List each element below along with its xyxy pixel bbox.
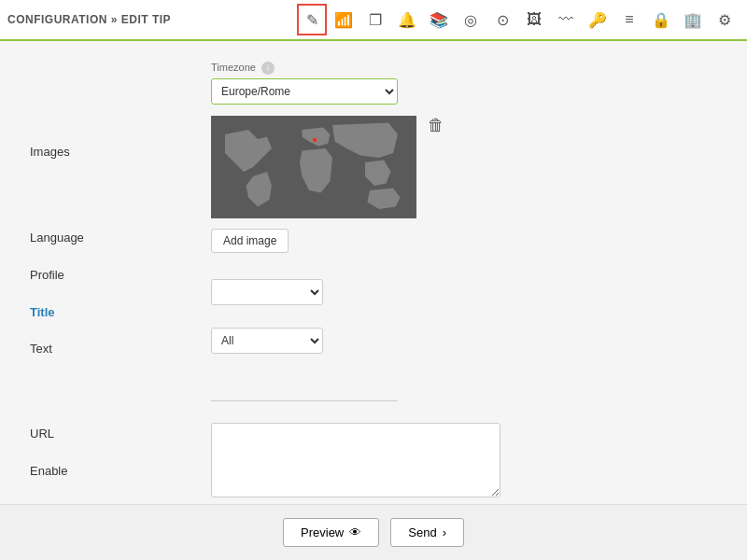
world-map [211, 116, 416, 218]
header: CONFIGURATION » EDIT TIP ✎📶❐🔔📚◎⊙🖼〰🔑≡🔒🏢⚙ [0, 0, 747, 41]
map-container: 🗑 [211, 116, 416, 221]
delete-map-button[interactable]: 🗑 [428, 116, 444, 135]
profile-label: Profile [30, 268, 64, 282]
profile-group: All Admin [211, 322, 717, 359]
books-icon[interactable]: 📚 [424, 4, 454, 35]
url-label-row: URL [15, 414, 202, 452]
title-input[interactable] [211, 377, 398, 401]
preview-label: Preview [301, 525, 344, 539]
image-icon[interactable]: 🖼 [519, 4, 549, 35]
breadcrumb: CONFIGURATION » EDIT TIP [7, 13, 171, 26]
language-group: English Italian [211, 273, 717, 311]
title-group [211, 371, 717, 408]
timezone-label: Timezone [211, 62, 256, 73]
text-label-row: Text [15, 330, 202, 414]
enable-label-row: Enable [15, 452, 202, 489]
images-label: Images [30, 145, 70, 159]
language-label: Language [30, 231, 84, 245]
enable-label: Enable [30, 464, 67, 478]
send-label: Send [408, 525, 436, 539]
send-button[interactable]: Send › [390, 518, 464, 547]
toolbar-icons: ✎📶❐🔔📚◎⊙🖼〰🔑≡🔒🏢⚙ [297, 4, 740, 35]
profile-select[interactable]: All Admin [211, 328, 323, 354]
layers-icon[interactable]: ❐ [360, 4, 390, 35]
edit-icon[interactable]: ✎ [297, 4, 327, 35]
wave-icon[interactable]: 〰 [551, 4, 581, 35]
profile-label-row: Profile [15, 256, 202, 293]
building-icon[interactable]: 🏢 [678, 4, 708, 35]
url-label: URL [30, 427, 54, 441]
lines-icon[interactable]: ≡ [614, 4, 644, 35]
main-content: Images Language Profile Title Text URL E… [0, 41, 747, 504]
bell-icon[interactable]: 🔔 [392, 4, 422, 35]
send-icon: › [443, 525, 446, 539]
svg-point-2 [314, 139, 317, 142]
preview-button[interactable]: Preview 👁 [283, 518, 379, 547]
key-icon[interactable]: 🔑 [583, 4, 613, 35]
target-icon[interactable]: ◎ [456, 4, 486, 35]
lock-icon[interactable]: 🔒 [646, 4, 676, 35]
language-select[interactable]: English Italian [211, 279, 323, 305]
text-textarea[interactable] [211, 423, 500, 497]
circle-icon[interactable]: ⊙ [487, 4, 517, 35]
timezone-select[interactable]: Europe/Rome [211, 78, 398, 105]
form-column: Timezone i Europe/Rome [202, 52, 732, 493]
timezone-group: Timezone i Europe/Rome [211, 62, 717, 105]
images-label-row: Images [15, 133, 202, 170]
timezone-info-icon: i [261, 62, 275, 75]
gear-icon[interactable]: ⚙ [710, 4, 740, 35]
language-label-row: Language [15, 218, 202, 256]
text-group [211, 423, 717, 500]
add-image-button[interactable]: Add image [211, 229, 289, 253]
text-label: Text [30, 342, 52, 356]
title-label: Title [30, 305, 55, 319]
preview-icon: 👁 [349, 525, 361, 539]
title-label-row: Title [15, 293, 202, 330]
footer: Preview 👁 Send › [0, 504, 747, 560]
wifi-icon[interactable]: 📶 [329, 4, 359, 35]
add-image-group: Add image [211, 229, 717, 262]
labels-column: Images Language Profile Title Text URL E… [15, 52, 202, 493]
